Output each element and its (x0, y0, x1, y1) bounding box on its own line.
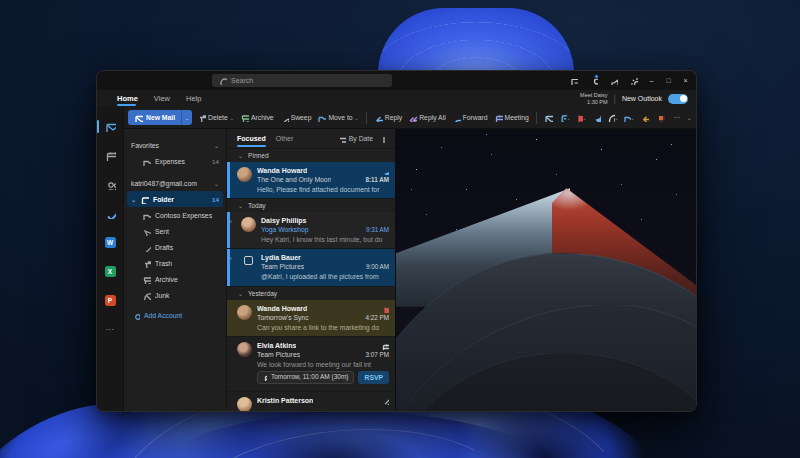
junk-icon (142, 291, 151, 300)
expand-chevron-icon[interactable]: › (230, 218, 232, 225)
avatar[interactable] (237, 167, 252, 182)
unread-count: 14 (212, 158, 219, 165)
folder-item-drafts[interactable]: Drafts (124, 239, 226, 255)
new-mail-button[interactable]: New Mail ⌄ (128, 110, 192, 125)
move-to-button[interactable]: Move to⌄ (316, 113, 359, 122)
meeting-button[interactable]: Meeting (493, 113, 530, 122)
categorize-button[interactable]: ⌄ (559, 113, 571, 122)
tab-other[interactable]: Other (276, 129, 294, 148)
filter-icon[interactable] (337, 134, 346, 143)
section-header-pinned[interactable]: ⌄ Pinned (227, 149, 395, 162)
ribbon-more-button[interactable]: ⋯ (671, 114, 683, 122)
pin-button[interactable] (591, 113, 603, 122)
avatar[interactable] (237, 397, 252, 411)
delete-button[interactable]: Delete⌄ (196, 113, 235, 122)
rail-excel-button[interactable]: X (97, 257, 123, 286)
sort-direction-icon[interactable] (376, 134, 385, 143)
meeting-reminder[interactable]: Meet Daisy 1:30 PM (580, 92, 608, 106)
notification-badge (594, 74, 599, 79)
folder-item-junk[interactable]: Junk (124, 287, 226, 303)
rsvp-button[interactable]: RSVP (358, 371, 389, 384)
meeting-reminder-title: Meet Daisy (580, 92, 608, 99)
rail-word-button[interactable]: W (97, 228, 123, 257)
wallpaper-bloom-top (378, 8, 574, 74)
minimize-button[interactable]: – (643, 71, 660, 90)
reply-button[interactable]: Reply (373, 113, 403, 122)
forward-button[interactable]: Forward (451, 113, 489, 122)
divider: | (614, 94, 616, 104)
account-header[interactable]: katri0487@gmail.com ⌄ (124, 175, 226, 191)
add-account-button[interactable]: Add Account (124, 307, 226, 323)
folder-item-folder-selected[interactable]: ⌄ Folder 14 (127, 191, 223, 207)
rules-button[interactable]: ⌄ (623, 113, 635, 122)
reading-pane (396, 129, 696, 411)
ribbon-collapse-chevron[interactable]: ⌄ (687, 114, 694, 121)
message-row-elvia[interactable]: Elvia Atkins Team Pictures 3:07 PM We lo… (227, 337, 395, 392)
menu-tab-bar: Home View Help Meet Daisy 1:30 PM | New … (97, 90, 696, 107)
sort-by-date[interactable]: By Date (349, 135, 373, 142)
rail-people-button[interactable] (97, 170, 123, 199)
reply-all-icon (408, 113, 417, 122)
message-row-kristin[interactable]: Kristin Patterson (227, 392, 395, 411)
unread-count: 14 (212, 196, 219, 203)
attachment-icon (377, 397, 389, 405)
favorites-header[interactable]: Favorites ⌄ (124, 137, 226, 153)
more-apps-icon: ⋯ (106, 325, 115, 334)
message-row-wanda-pinned[interactable]: Wanda Howard The One and Only Moon 8:11 … (227, 162, 395, 199)
sent-icon (142, 227, 151, 236)
expand-chevron-icon[interactable]: › (230, 255, 232, 262)
new-mail-dropdown[interactable]: ⌄ (181, 110, 192, 125)
section-header-today[interactable]: ⌄ Today (227, 199, 395, 212)
tab-view[interactable]: View (154, 90, 170, 107)
archive-icon (142, 275, 151, 284)
avatar[interactable] (241, 217, 256, 232)
search-input[interactable]: Search (212, 74, 392, 87)
undo-button[interactable] (639, 113, 651, 122)
tab-help[interactable]: Help (186, 90, 201, 107)
pin-icon[interactable] (377, 167, 389, 175)
avatar[interactable] (237, 305, 252, 320)
chevron-down-icon: ⌄ (238, 152, 243, 159)
trash-icon (142, 259, 151, 268)
flag-icon[interactable] (377, 305, 389, 313)
archive-button[interactable]: Archive (239, 113, 275, 122)
message-checkbox[interactable] (244, 256, 253, 265)
folder-icon (142, 211, 151, 220)
rail-powerpoint-button[interactable]: P (97, 286, 123, 315)
chevron-down-icon: ⌄ (238, 290, 243, 297)
feedback-icon[interactable] (563, 71, 583, 90)
search-icon (218, 76, 227, 85)
whats-new-icon[interactable] (603, 71, 623, 90)
rail-calendar-button[interactable] (97, 141, 123, 170)
sweep-button[interactable]: Sweep (279, 113, 313, 122)
folder-item-archive[interactable]: Archive (124, 271, 226, 287)
flag-button[interactable]: ⌄ (575, 113, 587, 122)
notifications-icon[interactable] (583, 71, 603, 90)
rail-todo-button[interactable] (97, 199, 123, 228)
message-row-wanda-flagged[interactable]: Wanda Howard Tomorrow's Sync 4:22 PM Can… (227, 300, 395, 337)
snooze-button[interactable]: ⌄ (607, 113, 619, 122)
selection-bar (227, 162, 230, 198)
apps-button[interactable] (655, 113, 667, 122)
maximize-button[interactable]: □ (660, 71, 677, 90)
rail-more-button[interactable]: ⋯ (97, 315, 123, 344)
archive-icon (240, 113, 249, 122)
word-icon: W (105, 237, 116, 248)
new-outlook-toggle[interactable] (668, 94, 688, 104)
message-row-daisy[interactable]: › Daisy Phillips Yoga Workshop 9:31 AM H… (227, 212, 395, 249)
settings-gear-icon[interactable] (623, 71, 643, 90)
folder-item-trash[interactable]: Trash (124, 255, 226, 271)
section-header-yesterday[interactable]: ⌄ Yesterday (227, 287, 395, 300)
folder-item-expenses[interactable]: Expenses 14 (124, 153, 226, 169)
folder-item-sent[interactable]: Sent (124, 223, 226, 239)
avatar[interactable] (237, 342, 252, 357)
reply-all-button[interactable]: Reply All (407, 113, 446, 122)
message-row-lydia[interactable]: › Lydia Bauer Team Pictures 9:00 AM @Kat… (227, 249, 395, 287)
tab-home[interactable]: Home (117, 90, 138, 107)
close-button[interactable]: × (677, 71, 694, 90)
folder-item-contoso-expenses[interactable]: Contoso Expenses (124, 207, 226, 223)
rail-mail-button[interactable] (97, 112, 123, 141)
folder-icon (142, 157, 151, 166)
tab-focused[interactable]: Focused (237, 129, 266, 148)
read-unread-button[interactable] (543, 113, 555, 122)
